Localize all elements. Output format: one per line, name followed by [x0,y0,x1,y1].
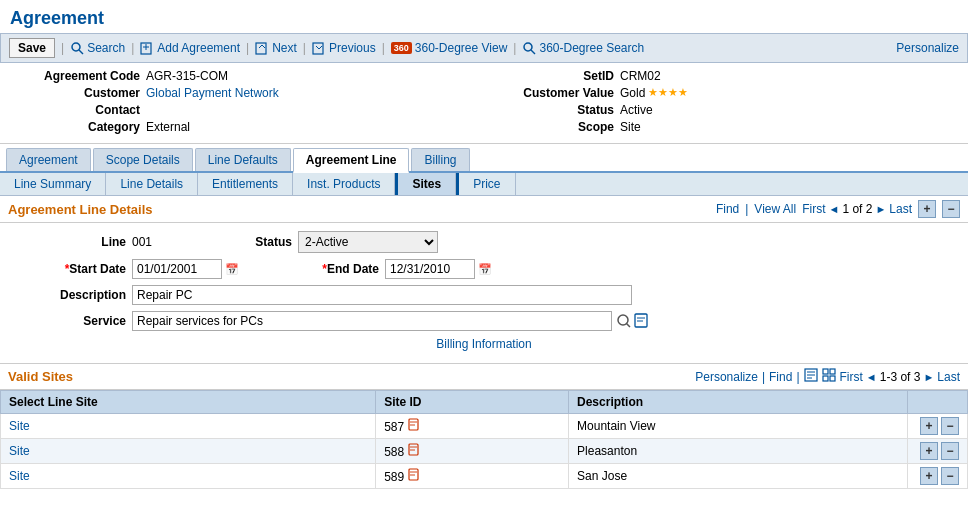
sub-tab-inst-products[interactable]: Inst. Products [293,173,395,195]
next-page-btn[interactable]: ► [875,203,886,215]
sub-tab-line-details[interactable]: Line Details [106,173,198,195]
sites-export-icon[interactable] [804,368,818,385]
add-row-btn-2[interactable]: + [920,442,938,460]
end-date-cal-icon[interactable]: 📅 [478,263,492,276]
svg-line-1 [79,50,83,54]
description-label: Description [16,288,126,302]
previous-link[interactable]: Previous [312,41,376,55]
sub-tab-sites[interactable]: Sites [395,173,456,195]
sites-next-btn[interactable]: ► [923,371,934,383]
customer-value[interactable]: Global Payment Network [146,86,279,100]
view-360-link[interactable]: 360 360-Degree View [391,41,508,55]
sites-prev-btn[interactable]: ◄ [866,371,877,383]
setid-label: SetID [484,69,614,83]
sep4: | [303,41,306,55]
service-lookup-icon[interactable] [616,313,632,329]
end-date-label: *End Date [299,262,379,276]
tab-agreement[interactable]: Agreement [6,148,91,171]
service-input[interactable] [132,311,612,331]
line-value: 001 [132,235,152,249]
tab-agreement-line[interactable]: Agreement Line [293,148,410,173]
remove-row-btn-2[interactable]: − [941,442,959,460]
site-link-3[interactable]: Site [9,469,30,483]
start-date-label: *Start Date [16,262,126,276]
site-edit-icon-1[interactable] [408,420,421,434]
site-link-2[interactable]: Site [9,444,30,458]
end-date-input[interactable] [385,259,475,279]
next-link[interactable]: Next [255,41,297,55]
previous-icon [312,41,326,55]
line-status-row: Line 001 Status 2-Active 1-Inactive 3-Pe… [16,231,952,253]
section-actions: Find | View All First ◄ 1 of 2 ► Last + … [716,200,960,218]
tab-billing[interactable]: Billing [411,148,469,171]
agreement-line-section-header: Agreement Line Details Find | View All F… [0,196,968,223]
status-field-label: Status [232,235,292,249]
sub-tab-entitlements[interactable]: Entitlements [198,173,293,195]
next-label: Next [272,41,297,55]
add-row-btn-3[interactable]: + [920,467,938,485]
tab-scope-details[interactable]: Scope Details [93,148,193,171]
detail-form: Line 001 Status 2-Active 1-Inactive 3-Pe… [0,223,968,363]
save-button[interactable]: Save [9,38,55,58]
tab-line-defaults[interactable]: Line Defaults [195,148,291,171]
view-all-link[interactable]: View All [754,202,796,216]
col-actions [908,391,968,414]
status-select[interactable]: 2-Active 1-Inactive 3-Pending [298,231,438,253]
main-tabs: Agreement Scope Details Line Defaults Ag… [0,148,968,173]
sites-first-link[interactable]: First [840,370,863,384]
service-label: Service [16,314,126,328]
category-value: External [146,120,190,134]
sep5: | [382,41,385,55]
remove-row-btn-1[interactable]: − [941,417,959,435]
site-edit-icon-2[interactable] [408,445,421,459]
sub-tab-price[interactable]: Price [456,173,515,195]
start-date-cal-icon[interactable]: 📅 [225,263,239,276]
pagination: First ◄ 1 of 2 ► Last [802,202,912,216]
svg-rect-18 [823,369,828,374]
remove-line-btn[interactable]: − [942,200,960,218]
last-link[interactable]: Last [889,202,912,216]
svg-rect-20 [823,376,828,381]
description-3: San Jose [569,464,908,489]
status-value: Active [620,103,653,117]
site-link-1[interactable]: Site [9,419,30,433]
add-line-btn[interactable]: + [918,200,936,218]
description-input[interactable] [132,285,632,305]
svg-point-0 [72,43,80,51]
svg-rect-22 [409,419,418,430]
add-row-btn-1[interactable]: + [920,417,938,435]
table-row: Site 588 Pleasanton + − [1,439,968,464]
service-edit-icon[interactable] [634,312,650,331]
svg-rect-5 [256,43,266,54]
header-left: Agreement Code AGR-315-COM Customer Glob… [10,69,484,137]
customer-label: Customer [10,86,140,100]
valid-sites-header: Valid Sites Personalize | Find | First ◄… [0,363,968,390]
customer-value-label: Customer Value [484,86,614,100]
sub-tab-line-summary[interactable]: Line Summary [0,173,106,195]
site-id-2: 588 [376,439,569,464]
add-agreement-link[interactable]: Add Agreement [140,41,240,55]
svg-line-8 [531,50,535,54]
personalize-link[interactable]: Personalize [896,41,959,55]
sites-personalize-link[interactable]: Personalize [695,370,758,384]
sites-last-link[interactable]: Last [937,370,960,384]
remove-row-btn-3[interactable]: − [941,467,959,485]
setid-value: CRM02 [620,69,661,83]
customer-value-value: Gold [620,86,645,100]
search-360-link[interactable]: 360-Degree Search [522,41,644,55]
site-id-3: 589 [376,464,569,489]
sites-grid-icon[interactable] [822,368,836,385]
search-link[interactable]: Search [70,41,125,55]
site-edit-icon-3[interactable] [408,470,421,484]
find-link[interactable]: Find [716,202,739,216]
search-360-label: 360-Degree Search [539,41,644,55]
first-link[interactable]: First [802,202,825,216]
sites-find-link[interactable]: Find [769,370,792,384]
sep-find: | [745,202,748,216]
start-date-input[interactable] [132,259,222,279]
prev-page-btn[interactable]: ◄ [829,203,840,215]
billing-info-link[interactable]: Billing Information [16,337,952,351]
agreement-code-label: Agreement Code [10,69,140,83]
sites-table: Select Line Site Site ID Description Sit… [0,390,968,489]
svg-line-10 [627,324,631,328]
